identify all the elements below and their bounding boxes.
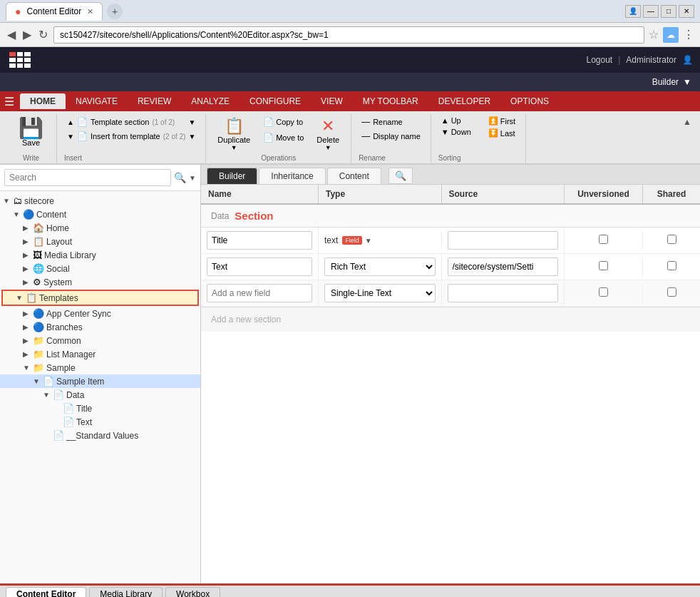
toggle-common[interactable]: ▶ xyxy=(23,337,33,345)
tree-item-app-center[interactable]: ▶ 🔵 App Center Sync xyxy=(0,307,200,320)
field-name-input-title[interactable] xyxy=(207,231,312,250)
toggle-sample-item[interactable]: ▼ xyxy=(33,377,43,385)
field-unversioned-cb-new[interactable] xyxy=(599,287,608,297)
window-minimize-btn[interactable]: — xyxy=(643,5,659,18)
common-icon: 📁 xyxy=(33,335,44,346)
tree-item-sample[interactable]: ▼ 📁 Sample xyxy=(0,361,200,374)
tab-builder[interactable]: Builder xyxy=(207,168,257,184)
tree-item-list-manager[interactable]: ▶ 📁 List Manager xyxy=(0,347,200,361)
last-button[interactable]: ⏬ Last xyxy=(485,128,518,138)
toggle-content[interactable]: ▼ xyxy=(13,210,23,218)
tab-content[interactable]: Content xyxy=(327,168,381,184)
insert-item-1[interactable]: ▲ 📄 Template section (1 of 2) ▼ xyxy=(64,116,198,128)
field-unversioned-cb-title[interactable] xyxy=(599,235,608,244)
tree-item-system[interactable]: ▶ ⚙ System xyxy=(0,275,200,289)
window-close-btn[interactable]: ✕ xyxy=(679,5,694,18)
toggle-media[interactable]: ▶ xyxy=(23,251,33,259)
first-button[interactable]: ⏫ First xyxy=(485,116,518,126)
builder-dropdown-icon[interactable]: ▼ xyxy=(683,77,691,87)
search-btn[interactable]: 🔍 xyxy=(174,172,186,183)
tree-item-sample-item[interactable]: ▼ 📄 Sample Item xyxy=(0,374,200,388)
tree-item-data[interactable]: ▼ 📄 Data xyxy=(0,388,200,402)
ribbon-collapse-btn[interactable]: ▲ xyxy=(680,114,694,130)
delete-button[interactable]: ✕ Delete ▼ xyxy=(312,116,344,153)
tree-item-content[interactable]: ▼ 🔵 Content xyxy=(0,208,200,221)
status-tab-workbox[interactable]: Workbox xyxy=(165,587,220,597)
insert-item-2[interactable]: ▼ 📄 Insert from template (2 of 2) ▼ xyxy=(64,130,198,143)
toggle-templates[interactable]: ▼ xyxy=(16,294,26,302)
status-tab-media-library[interactable]: Media Library xyxy=(89,587,163,597)
toggle-branches[interactable]: ▶ xyxy=(23,323,33,331)
tab-inheritance[interactable]: Inheritance xyxy=(259,168,325,184)
tab-search-btn[interactable]: 🔍 xyxy=(388,168,413,184)
tab-analyze[interactable]: ANALYZE xyxy=(181,93,240,109)
field-shared-cb-text[interactable] xyxy=(667,261,676,270)
copy-to-button[interactable]: 📄 Copy to xyxy=(260,116,307,128)
toggle-system[interactable]: ▶ xyxy=(23,278,33,286)
toggle-sitecore[interactable]: ▼ xyxy=(3,197,13,205)
field-name-input-text[interactable] xyxy=(207,257,312,276)
toggle-list-manager[interactable]: ▶ xyxy=(23,350,33,358)
toggle-sample[interactable]: ▼ xyxy=(23,364,33,372)
back-btn[interactable]: ◀ xyxy=(6,26,17,43)
status-tab-content-editor[interactable]: Content Editor xyxy=(6,587,86,597)
tab-home[interactable]: HOME xyxy=(20,93,66,109)
tab-options[interactable]: OPTIONS xyxy=(500,93,559,109)
tree-item-text[interactable]: 📄 Text xyxy=(0,415,200,429)
tree-item-media-library[interactable]: ▶ 🖼 Media Library xyxy=(0,248,200,262)
down-button[interactable]: ▼ Down xyxy=(438,127,474,137)
logout-link[interactable]: Logout xyxy=(586,55,612,65)
menu-btn[interactable]: ⋮ xyxy=(683,28,694,41)
field-shared-cb-title[interactable] xyxy=(667,235,676,244)
tab-my-toolbar[interactable]: MY TOOLBAR xyxy=(353,93,428,109)
tab-view[interactable]: VIEW xyxy=(311,93,353,109)
window-maximize-btn[interactable]: □ xyxy=(661,5,676,18)
hamburger-icon[interactable]: ☰ xyxy=(4,95,14,108)
tab-developer[interactable]: DEVELOPER xyxy=(428,93,500,109)
duplicate-button[interactable]: 📋 Duplicate ▼ xyxy=(213,116,254,153)
bookmark-btn[interactable]: ☆ xyxy=(649,28,659,41)
tree-item-sitecore[interactable]: ▼ 🗂 sitecore xyxy=(0,194,200,208)
tab-review[interactable]: REVIEW xyxy=(128,93,181,109)
display-name-button[interactable]: — Display name xyxy=(359,130,423,143)
save-button[interactable]: 💾 Save xyxy=(13,116,49,150)
tab-configure[interactable]: CONFIGURE xyxy=(240,93,311,109)
field-unversioned-cb-text[interactable] xyxy=(599,261,608,270)
field-source-input-title[interactable] xyxy=(448,231,559,250)
tree-item-title[interactable]: 📄 Title xyxy=(0,402,200,415)
toggle-app-center[interactable]: ▶ xyxy=(23,310,33,317)
extensions-btn[interactable]: ☁ xyxy=(663,27,679,43)
tree-item-standard-values[interactable]: 📄 __Standard Values xyxy=(0,429,200,442)
toggle-layout[interactable]: ▶ xyxy=(23,238,33,245)
field-name-input-new[interactable] xyxy=(207,284,312,302)
refresh-btn[interactable]: ↻ xyxy=(37,26,49,43)
tab-close-icon[interactable]: ✕ xyxy=(87,7,93,16)
field-shared-cb-new[interactable] xyxy=(667,287,676,297)
tree-item-layout[interactable]: ▶ 📋 Layout xyxy=(0,235,200,248)
field-type-select-new[interactable]: Single-Line Text Rich Text Multi-Line Te… xyxy=(324,284,436,302)
field-type-select-text[interactable]: Rich Text Single-Line Text Multi-Line Te… xyxy=(324,257,436,276)
toggle-social[interactable]: ▶ xyxy=(23,265,33,272)
field-source-input-text[interactable] xyxy=(448,257,559,276)
toggle-home[interactable]: ▶ xyxy=(23,224,33,232)
browser-tab[interactable]: ● Content Editor ✕ xyxy=(6,2,103,21)
toggle-data[interactable]: ▼ xyxy=(43,391,53,399)
field-type-dropdown-icon[interactable]: ▼ xyxy=(365,237,372,245)
new-tab-btn[interactable]: + xyxy=(107,4,123,19)
up-button[interactable]: ▲ Up xyxy=(438,116,474,126)
address-bar[interactable] xyxy=(53,26,644,44)
field-source-input-new[interactable] xyxy=(448,284,559,302)
rename-button[interactable]: — Rename xyxy=(359,116,423,128)
tree-item-common[interactable]: ▶ 📁 Common xyxy=(0,334,200,347)
tab-navigate[interactable]: NAVIGATE xyxy=(66,93,128,109)
tree-item-branches[interactable]: ▶ 🔵 Branches xyxy=(0,320,200,334)
window-user-btn[interactable]: 👤 xyxy=(625,5,641,18)
move-to-button[interactable]: 📄 Move to xyxy=(260,131,307,144)
tree-item-social[interactable]: ▶ 🌐 Social xyxy=(0,262,200,275)
forward-btn[interactable]: ▶ xyxy=(21,26,33,43)
tree-item-templates[interactable]: ▼ 📋 Templates xyxy=(1,290,199,306)
add-section-row[interactable]: Add a new section xyxy=(201,307,700,332)
tree-item-home[interactable]: ▶ 🏠 Home xyxy=(0,221,200,235)
search-input[interactable] xyxy=(4,169,171,186)
search-dropdown-btn[interactable]: ▼ xyxy=(189,174,196,182)
